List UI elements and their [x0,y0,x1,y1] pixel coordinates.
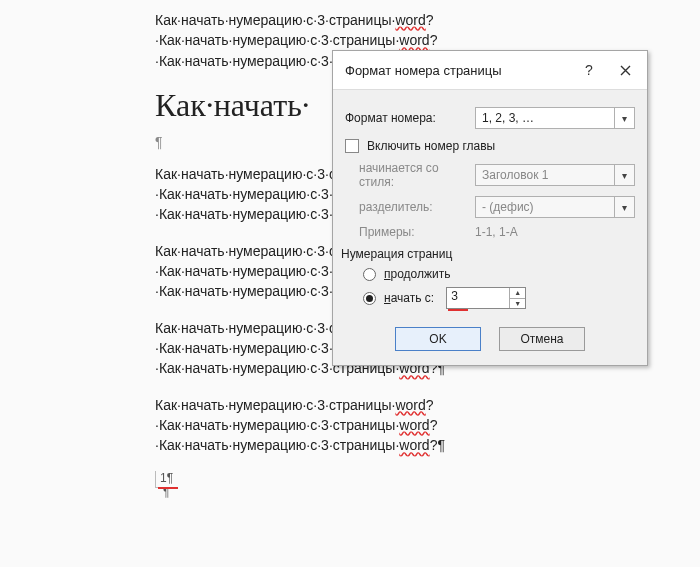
continue-radio[interactable]: продолжить [363,267,635,281]
page-number-format-dialog: Формат номера страницы ? Формат номера: … [332,50,648,366]
chapter-style-combo: Заголовок 1 ▾ [475,164,635,186]
help-button[interactable]: ? [571,59,607,81]
number-format-label: Формат номера: [345,111,475,125]
chapter-style-value: Заголовок 1 [482,168,548,182]
number-format-combo[interactable]: 1, 2, 3, … ▾ [475,107,635,129]
checkbox-box [345,139,359,153]
separator-combo: - (дефис) ▾ [475,196,635,218]
include-chapter-label: Включить номер главы [367,139,495,153]
start-at-radio-label: начать с: [384,291,434,305]
radio-icon-unselected [363,268,376,281]
spin-down-button[interactable]: ▼ [510,298,525,309]
close-button[interactable] [607,59,643,81]
continue-radio-label: продолжить [384,267,450,281]
number-format-value: 1, 2, 3, … [482,111,534,125]
examples-label: Примеры: [345,225,475,239]
radio-icon-selected [363,292,376,305]
start-at-radio[interactable]: начать с: 3 ▲ ▼ [363,287,635,309]
chevron-down-icon: ▾ [614,165,634,185]
dialog-title: Формат номера страницы [345,63,571,78]
dialog-titlebar[interactable]: Формат номера страницы ? [333,51,647,90]
spin-up-button[interactable]: ▲ [510,288,525,298]
start-at-value[interactable]: 3 [447,288,509,308]
separator-value: - (дефис) [482,200,534,214]
ok-button[interactable]: OK [395,327,481,351]
include-chapter-checkbox[interactable]: Включить номер главы [345,139,635,153]
chapter-style-label: начинается со стиля: [345,161,475,189]
body-paragraph: Как·начать·нумерацию·с·3·страницы·word?·… [155,395,700,456]
start-at-spinner[interactable]: 3 ▲ ▼ [446,287,526,309]
chevron-down-icon: ▾ [614,108,634,128]
examples-value: 1-1, 1-A [475,225,518,239]
page-numbering-group-label: Нумерация страниц [341,247,635,261]
annotation-red-underline [448,309,468,311]
cancel-button[interactable]: Отмена [499,327,585,351]
chevron-down-icon: ▾ [614,197,634,217]
separator-label: разделитель: [345,200,475,214]
page-break-marker: 1¶ ¶ [155,471,700,499]
close-icon [620,65,631,76]
